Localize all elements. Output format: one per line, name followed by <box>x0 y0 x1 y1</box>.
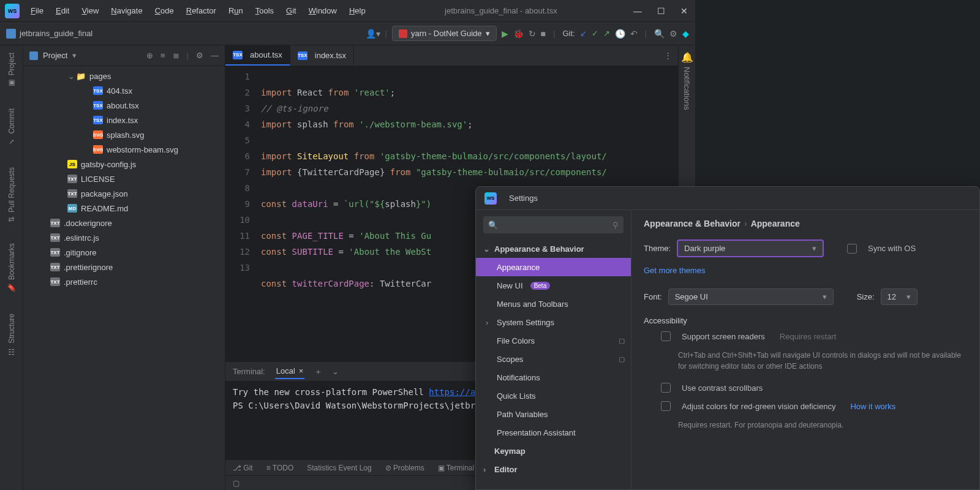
sync-with-os-checkbox[interactable] <box>847 244 857 254</box>
tree-item[interactable]: TXT.dockerignore <box>23 216 225 230</box>
stripe-bookmarks[interactable]: 🔖Bookmarks <box>7 239 16 296</box>
bottom-todo[interactable]: ≡ TODO <box>266 464 294 472</box>
bottom-problems[interactable]: ⊘ Problems <box>385 464 424 472</box>
git-commit-icon[interactable]: ✓ <box>592 29 598 38</box>
menu-code[interactable]: Code <box>150 4 179 18</box>
settings-titlebar[interactable]: WS Settings <box>476 187 979 210</box>
settings-tree-item[interactable]: Keymap <box>476 442 631 460</box>
font-size-dropdown[interactable]: 12▾ <box>881 288 918 305</box>
tab-menu-icon[interactable]: ⋮ <box>664 51 672 60</box>
bottom-terminal[interactable]: ▣ Terminal <box>438 464 474 472</box>
stripe-structure[interactable]: ☷Structure <box>7 310 16 360</box>
tree-item[interactable]: TXTpackage.json <box>23 186 225 201</box>
toolbox-icon[interactable]: ◆ <box>682 29 689 39</box>
close-tab-icon[interactable]: × <box>299 366 304 375</box>
adjust-colors-checkbox[interactable] <box>661 401 671 411</box>
tab-about-tsx[interactable]: TSX about.tsx <box>225 45 290 66</box>
menu-git[interactable]: Git <box>281 4 301 18</box>
stripe-project[interactable]: ▣Project <box>7 49 16 91</box>
bell-icon[interactable]: 🔔 <box>681 51 693 63</box>
close-button[interactable]: ✕ <box>678 6 690 16</box>
tree-item[interactable]: TXTLICENSE <box>23 172 225 186</box>
menu-tools[interactable]: Tools <box>251 4 279 18</box>
settings-tree-item[interactable]: Notifications <box>476 368 631 386</box>
search-icon[interactable]: 🔍 <box>654 29 665 39</box>
settings-tree-item[interactable]: Path Variables <box>476 405 631 423</box>
settings-gear-icon[interactable]: ⚙ <box>196 51 203 60</box>
settings-tree-item[interactable]: ⌄Appearance & Behavior <box>476 239 631 258</box>
menu-help[interactable]: Help <box>344 4 371 18</box>
bottom-stats[interactable]: Statistics Event Log <box>307 464 371 472</box>
tab-index-tsx[interactable]: TSX index.tsx <box>290 45 354 66</box>
terminal-tab-local[interactable]: Local× <box>275 364 305 379</box>
chevron-down-icon: ▾ <box>907 292 911 301</box>
status-toolwin-icon[interactable]: ▢ <box>233 479 239 488</box>
tree-item[interactable]: TXT.prettierrc <box>23 274 225 289</box>
stop-button[interactable]: ■ <box>541 29 546 39</box>
collapse-all-icon[interactable]: ≣ <box>173 51 179 60</box>
tree-item[interactable]: SVGsplash.svg <box>23 127 225 142</box>
menu-navigate[interactable]: Navigate <box>106 4 147 18</box>
requires-restart-note: Requires restart <box>780 332 836 341</box>
run-configuration-selector[interactable]: yarn - DotNet Guide ▾ <box>392 26 497 41</box>
settings-tree-item[interactable]: Scopes▢ <box>476 350 631 368</box>
tree-item[interactable]: MDREADME.md <box>23 201 225 216</box>
settings-search-input[interactable]: 🔍 ⚲ <box>483 216 624 233</box>
tree-item[interactable]: TXT.gitignore <box>23 245 225 260</box>
menu-file[interactable]: File <box>26 4 48 18</box>
settings-tree[interactable]: ⌄Appearance & BehaviorAppearanceNew UIBe… <box>476 239 631 489</box>
settings-tree-item[interactable]: Quick Lists <box>476 386 631 405</box>
tree-item[interactable]: SVGwebstorm-beam.svg <box>23 142 225 157</box>
contrast-scrollbars-checkbox[interactable] <box>661 383 671 393</box>
user-icon[interactable]: 👤▾ <box>366 29 380 39</box>
debug-button[interactable]: 🐞 <box>513 29 524 39</box>
tree-item[interactable]: TXT.eslintrc.js <box>23 230 225 245</box>
project-icon <box>6 29 16 39</box>
project-tree[interactable]: ⌄📁pagesTSX404.tsxTSXabout.tsxTSXindex.ts… <box>23 66 225 490</box>
settings-tree-item[interactable]: Appearance <box>476 258 631 276</box>
settings-tree-item[interactable]: File Colors▢ <box>476 331 631 350</box>
history-icon[interactable]: 🕓 <box>615 29 625 39</box>
bottom-git[interactable]: ⎇ Git <box>233 464 253 472</box>
expand-all-icon[interactable]: ≡ <box>160 51 165 60</box>
git-incoming-icon[interactable]: ↙ <box>580 29 587 38</box>
menu-edit[interactable]: Edit <box>51 4 74 18</box>
maximize-button[interactable]: ☐ <box>655 6 667 16</box>
stripe-commit[interactable]: ✓Commit <box>7 105 16 149</box>
tree-item[interactable]: JSgatsby-config.js <box>23 157 225 172</box>
support-screen-readers-checkbox[interactable] <box>661 331 671 341</box>
tree-item[interactable]: ⌄📁pages <box>23 69 225 83</box>
how-it-works-link[interactable]: How it works <box>850 402 895 411</box>
font-dropdown[interactable]: Segoe UI▾ <box>668 288 834 305</box>
filter-icon[interactable]: ⚲ <box>612 221 619 230</box>
stripe-pull-requests[interactable]: ⇅Pull Requests <box>7 164 16 226</box>
tree-item[interactable]: TSXabout.tsx <box>23 98 225 113</box>
rollback-icon[interactable]: ↶ <box>630 29 638 39</box>
terminal-menu-icon[interactable]: ⌄ <box>332 367 339 376</box>
menu-window[interactable]: Window <box>304 4 342 18</box>
chevron-down-icon[interactable]: ▾ <box>72 51 77 60</box>
tree-item[interactable]: TSX404.tsx <box>23 83 225 98</box>
settings-tree-item[interactable]: New UIBeta <box>476 276 631 295</box>
menu-view[interactable]: View <box>77 4 104 18</box>
run-button[interactable]: ▶ <box>502 29 508 39</box>
add-terminal-icon[interactable]: ＋ <box>314 366 322 377</box>
locate-icon[interactable]: ⊕ <box>146 51 153 60</box>
settings-tree-item[interactable]: Menus and Toolbars <box>476 295 631 313</box>
settings-tree-item[interactable]: ›System Settings <box>476 313 631 331</box>
project-panel-title: Project <box>43 51 67 60</box>
coverage-button[interactable]: ↻ <box>529 29 536 39</box>
tree-item[interactable]: TXT.prettierignore <box>23 260 225 274</box>
stripe-notifications[interactable]: Notifications <box>682 63 692 114</box>
git-push-icon[interactable]: ↗ <box>603 29 610 38</box>
hide-panel-icon[interactable]: — <box>211 51 219 60</box>
tree-item[interactable]: TSXindex.tsx <box>23 113 225 127</box>
theme-dropdown[interactable]: Dark purple▾ <box>677 239 824 257</box>
get-more-themes-link[interactable]: Get more themes <box>644 266 705 275</box>
minimize-button[interactable]: — <box>631 6 644 16</box>
settings-tree-item[interactable]: Presentation Assistant <box>476 423 631 442</box>
settings-tree-item[interactable]: ›Editor <box>476 460 631 478</box>
menu-run[interactable]: Run <box>224 4 248 18</box>
menu-refactor[interactable]: Refactor <box>181 4 221 18</box>
settings-icon[interactable]: ⚙ <box>669 29 677 39</box>
